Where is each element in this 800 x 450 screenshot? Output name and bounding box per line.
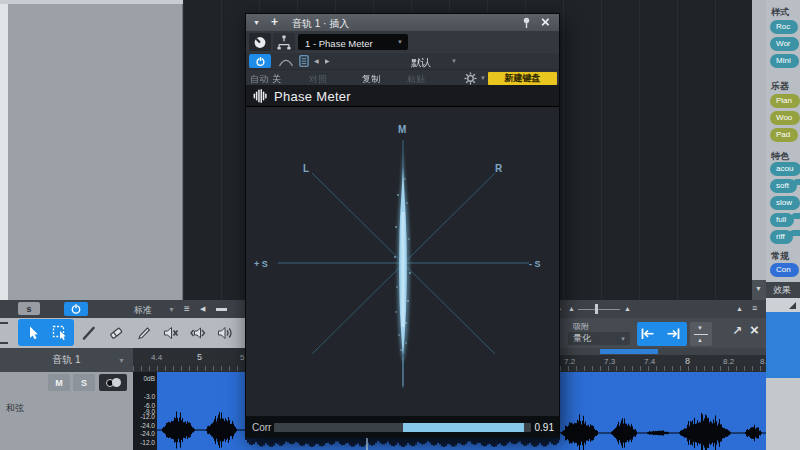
zoom-preset-icon[interactable]: ▲ [736,305,743,312]
sidebar-section-instruments: 乐器 [771,80,789,93]
tool-paint[interactable] [131,320,156,345]
db-scale: 0dB -3.0 -6.0 -9.0 -12.0 -24.0 -24.0 -12… [133,372,157,450]
studio-one-window: ▼ ≡ 样式 Roc Wor Mini 乐器 Pian Woo Pad 特色 a… [0,0,800,450]
tag-pill[interactable]: acou [770,162,800,176]
solo-button[interactable]: S [73,374,95,391]
zoom-slider-thumb[interactable] [595,304,598,314]
preset-dropdown-icon[interactable]: ▼ [451,58,457,64]
scroll-down-icon[interactable]: ▼ [755,285,762,292]
tool-mute[interactable] [158,320,183,345]
zoom-menu-icon[interactable]: ≡ [752,304,757,313]
tool-arrow[interactable] [20,320,45,345]
mute-speaker-icon [163,325,179,341]
mute-button[interactable]: M [48,374,70,391]
plugin-titlebar[interactable]: ▼ + 音轨 1 · 插入 × [246,14,559,31]
zoom-slider-track[interactable] [578,309,620,310]
device-name: 1 - Phase Meter [298,38,373,49]
effects-header[interactable]: 效果 [766,282,800,298]
editor-mode-dropdown[interactable]: 标准 [134,304,152,317]
tool-range[interactable] [47,320,72,345]
hscroll-thumb[interactable] [600,349,658,354]
timeline-ruler-left[interactable]: 4.4 5 5 [133,348,245,372]
snap-mode-dropdown[interactable]: 量化 ▼ [568,332,630,345]
track-controls-panel: M S 和弦 [0,372,133,450]
ruler-label: 4.4 [151,353,162,362]
routing-button[interactable] [273,33,295,51]
tag-pill[interactable]: Mini [770,54,799,68]
preset-name[interactable]: 默认 [366,56,476,70]
solo-label: S [81,378,87,388]
tool-listen[interactable] [212,320,237,345]
mute-label: M [55,378,63,388]
tag-pill[interactable]: Con [770,263,799,277]
tag-pill[interactable]: Wor [770,37,799,51]
edge-bracket-button[interactable] [0,322,8,344]
tag-pill-partial[interactable] [792,213,800,219]
nudge-up-icon: ▲ [697,337,703,343]
plugin-window-title: 音轨 1 · 插入 [292,17,349,31]
pin-icon[interactable] [522,17,531,29]
tag-pill[interactable]: Woo [770,111,800,125]
close-editor-icon[interactable]: × [750,321,759,338]
nudge-button[interactable]: ▼ ▲ [690,322,712,346]
add-insert-icon[interactable]: + [271,15,278,29]
device-selector-dropdown[interactable]: 1 - Phase Meter ▼ [298,34,408,50]
ruler-label: 7.2 [564,357,575,366]
db-label: -24.0 [140,430,155,437]
effects-subrow[interactable] [766,298,800,312]
snap-to-end-icon[interactable] [665,326,681,342]
editor-solo-button[interactable]: s [18,302,40,315]
split-tool-icon [81,325,97,341]
sidebar-bottom-panel [766,378,800,450]
phase-scatter [394,149,411,386]
editor-menu-icon[interactable]: ≡ [184,304,190,314]
phase-meter-display: M L R + S - S [246,107,559,416]
arrow-cursor-icon [25,325,41,341]
gear-icon[interactable] [464,72,477,85]
zoom-out-icon[interactable]: ▲ [568,305,575,312]
tag-pill[interactable]: Pad [770,128,798,142]
tag-pill[interactable]: full [770,213,794,227]
automation-curve-button[interactable] [275,54,297,68]
tag-pill-partial[interactable] [794,179,800,185]
corr-meter-track [274,423,531,432]
zoom-in-icon[interactable]: ▲ [624,305,631,312]
tool-eraser[interactable] [103,320,128,345]
tag-pill[interactable]: slow [770,196,800,210]
preset-list-icon[interactable] [299,55,309,67]
waveform-bottom-strip[interactable] [245,437,560,450]
timeline-ruler-right[interactable]: 7.2 7.3 7.4 8 8.2 8. [560,348,766,372]
vertical-scrollbar[interactable]: ▼ ≡ [752,0,766,316]
editor-power-button[interactable] [64,302,88,316]
tag-pill[interactable]: Pian [770,94,800,108]
close-window-icon[interactable]: × [541,13,550,30]
next-preset-icon[interactable]: ▶ [325,58,330,64]
waveform-left[interactable] [157,372,245,450]
waveform-right[interactable] [560,372,766,450]
editor-prev-icon[interactable]: ◀ [200,305,205,312]
power-icon [69,302,83,316]
snap-to-start-icon[interactable] [640,326,656,342]
tag-pill[interactable]: soft [770,179,797,193]
tag-pill-partial[interactable] [790,230,800,236]
track-dropdown-icon[interactable]: ▼ [118,357,125,364]
window-dropdown-icon[interactable]: ▼ [253,19,260,26]
prev-preset-icon[interactable]: ◀ [314,58,319,64]
tool-bend[interactable] [185,320,210,345]
horizontal-scrollbar[interactable] [560,348,766,355]
detach-icon[interactable]: ↗ [732,324,742,338]
db-label: 0dB [143,375,155,382]
tool-split[interactable] [76,320,101,345]
channel-knob-button[interactable] [249,33,271,51]
gear-dropdown-icon[interactable]: ▼ [480,75,486,81]
ruler-label: 8. [760,357,766,366]
mode-dropdown-icon[interactable]: ▼ [168,306,175,313]
tag-pill[interactable]: Roc [770,20,798,34]
plugin-preset-row: ◀ ▶ 默认 ▼ [246,53,559,69]
new-keyboard-button[interactable]: 新建键盘 [488,72,557,85]
plugin-power-button[interactable] [249,54,271,68]
monitor-toggle[interactable] [99,374,127,391]
editor-dash-icon[interactable] [216,308,227,311]
snap-dropdown-icon[interactable]: ▼ [620,336,626,342]
track-name-bar[interactable]: 音轨 1 ▼ [0,348,133,372]
